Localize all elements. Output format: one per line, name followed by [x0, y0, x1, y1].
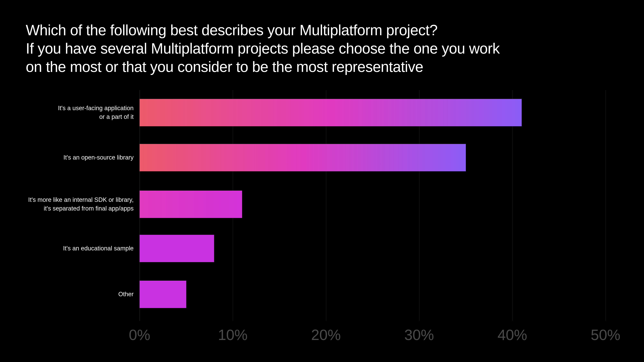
bar [140, 99, 522, 126]
title-line-2: If you have several Multiplatform projec… [26, 40, 500, 57]
x-tick-label: 50% [591, 327, 620, 343]
bar-chart: 0%10%20%30%40%50%It's a user-facing appl… [26, 90, 618, 347]
bar [140, 191, 242, 218]
title-line-1: Which of the following best describes yo… [26, 22, 438, 38]
slide: Which of the following best describes yo… [0, 0, 644, 362]
bar [140, 235, 214, 262]
bar-label-line: Other [118, 290, 134, 299]
bar-label: It's an open-source library [26, 144, 134, 171]
bar-label: Other [26, 281, 134, 308]
gridline [606, 90, 606, 321]
title-line-3: on the most or that you consider to be t… [26, 58, 423, 75]
bar-label: It's more like an internal SDK or librar… [26, 191, 134, 218]
x-tick-label: 10% [218, 327, 248, 343]
x-tick-label: 20% [311, 327, 341, 343]
bar-label-line: or a part of it [99, 113, 134, 121]
bar-label: It's an educational sample [26, 235, 134, 262]
x-tick-label: 40% [498, 327, 527, 343]
x-tick-label: 30% [404, 327, 434, 343]
x-tick-label: 0% [129, 327, 150, 343]
chart-title: Which of the following best describes yo… [26, 21, 589, 76]
bar-label-line: It's more like an internal SDK or librar… [28, 196, 134, 204]
bar-label-line: It's an open-source library [64, 153, 134, 162]
bar-label-line: It's a user-facing application [58, 104, 134, 113]
bar [140, 281, 186, 308]
bar-label-line: It's an educational sample [63, 244, 134, 253]
bar-label-line: it's separated from final app/apps [44, 204, 134, 213]
bar [140, 144, 466, 171]
bar-label: It's a user-facing applicationor a part … [26, 99, 134, 126]
